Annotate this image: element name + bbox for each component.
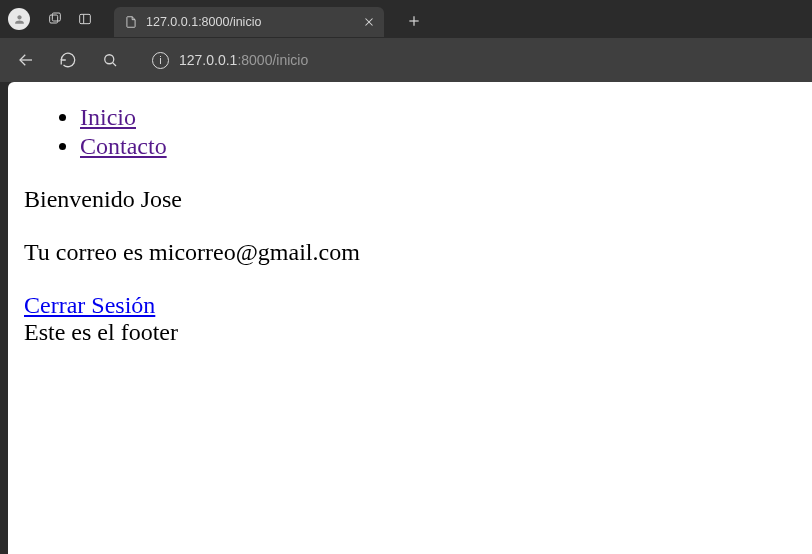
svg-line-10 <box>113 63 116 66</box>
page-content: Inicio Contacto Bienvenido Jose Tu corre… <box>8 82 812 554</box>
url-host: 127.0.0.1 <box>179 52 237 68</box>
profile-icon[interactable] <box>8 8 30 30</box>
svg-rect-2 <box>80 14 91 23</box>
workspaces-icon[interactable] <box>46 10 64 28</box>
tab-title: 127.0.0.1:8000/inicio <box>146 15 354 29</box>
email-text: Tu correo es micorreo@gmail.com <box>24 239 796 266</box>
browser-titlebar: 127.0.0.1:8000/inicio <box>0 0 812 38</box>
nav-list: Inicio Contacto <box>24 104 796 160</box>
file-icon <box>124 15 138 29</box>
nav-link-inicio[interactable]: Inicio <box>80 104 136 130</box>
panel-icon[interactable] <box>76 10 94 28</box>
site-info-icon[interactable]: i <box>152 52 169 69</box>
list-item: Inicio <box>80 104 796 131</box>
back-button[interactable] <box>16 50 36 70</box>
svg-point-9 <box>105 55 114 64</box>
browser-toolbar: i 127.0.0.1:8000/inicio <box>0 38 812 82</box>
footer-text: Este es el footer <box>24 319 796 346</box>
list-item: Contacto <box>80 133 796 160</box>
close-icon[interactable] <box>362 15 376 29</box>
browser-tab[interactable]: 127.0.0.1:8000/inicio <box>114 7 384 37</box>
url-path: :8000/inicio <box>237 52 308 68</box>
svg-rect-0 <box>50 15 58 23</box>
new-tab-button[interactable] <box>400 7 428 35</box>
search-button[interactable] <box>100 50 120 70</box>
logout-link[interactable]: Cerrar Sesión <box>24 292 155 318</box>
svg-rect-1 <box>52 13 60 21</box>
nav-link-contacto[interactable]: Contacto <box>80 133 167 159</box>
reload-button[interactable] <box>58 50 78 70</box>
welcome-text: Bienvenido Jose <box>24 186 796 213</box>
url-text: 127.0.0.1:8000/inicio <box>179 52 308 68</box>
address-bar[interactable]: i 127.0.0.1:8000/inicio <box>152 52 308 69</box>
